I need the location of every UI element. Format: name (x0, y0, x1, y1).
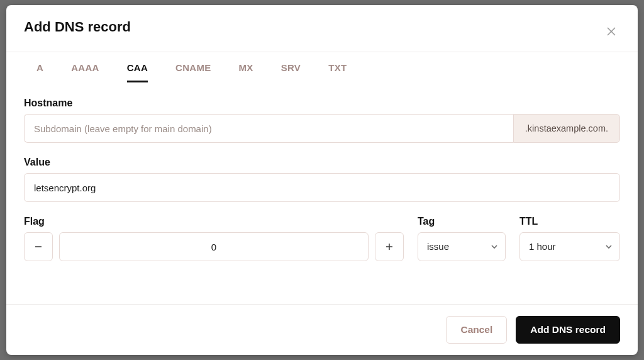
hostname-domain-suffix: .kinstaexample.com. (513, 114, 620, 143)
hostname-label: Hostname (24, 98, 620, 109)
value-label: Value (24, 157, 620, 168)
tab-cname[interactable]: CNAME (175, 62, 211, 82)
flag-decrement-button[interactable] (24, 232, 53, 261)
modal-header: Add DNS record (6, 5, 638, 52)
plus-icon (385, 242, 394, 251)
cancel-button[interactable]: Cancel (446, 316, 507, 344)
flag-label: Flag (24, 216, 404, 227)
tab-a[interactable]: A (36, 62, 43, 82)
tab-aaaa[interactable]: AAAA (71, 62, 99, 82)
hostname-input[interactable] (24, 114, 513, 143)
tag-field-group: Tag issue (418, 216, 506, 261)
submit-button[interactable]: Add DNS record (516, 316, 620, 344)
record-type-tabs: A AAAA CAA CNAME MX SRV TXT (6, 52, 638, 82)
minus-icon (34, 242, 43, 251)
tag-select[interactable]: issue (418, 232, 506, 261)
close-icon (607, 27, 616, 36)
form-body: Hostname .kinstaexample.com. Value Flag (6, 82, 638, 304)
flag-stepper (24, 232, 404, 261)
tab-txt[interactable]: TXT (328, 62, 347, 82)
flag-field-group: Flag (24, 216, 404, 261)
tab-caa[interactable]: CAA (127, 62, 148, 82)
modal-footer: Cancel Add DNS record (6, 304, 638, 355)
add-dns-record-modal: Add DNS record A AAAA CAA CNAME MX SRV T… (6, 5, 638, 355)
modal-backdrop: Add DNS record A AAAA CAA CNAME MX SRV T… (0, 0, 644, 360)
ttl-field-group: TTL 1 hour (519, 216, 620, 261)
flag-increment-button[interactable] (375, 232, 404, 261)
ttl-select[interactable]: 1 hour (519, 232, 620, 261)
tag-label: Tag (418, 216, 506, 227)
tag-selected-value: issue (427, 241, 449, 252)
value-input[interactable] (24, 173, 620, 202)
hostname-row: .kinstaexample.com. (24, 114, 620, 143)
tab-mx[interactable]: MX (239, 62, 253, 82)
ttl-selected-value: 1 hour (529, 241, 556, 252)
close-button[interactable] (602, 23, 620, 40)
tab-srv[interactable]: SRV (281, 62, 301, 82)
modal-title: Add DNS record (24, 19, 131, 35)
hostname-field-group: Hostname .kinstaexample.com. (24, 98, 620, 143)
ttl-label: TTL (519, 216, 620, 227)
value-field-group: Value (24, 157, 620, 202)
flag-input[interactable] (59, 232, 369, 261)
flag-tag-ttl-row: Flag Tag issue (24, 216, 620, 261)
